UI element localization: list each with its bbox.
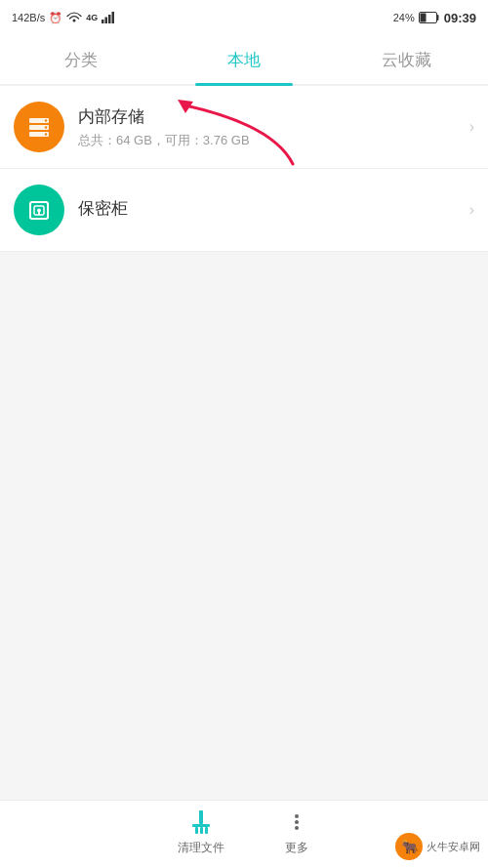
svg-point-15 [37,209,41,213]
tab-classify[interactable]: 分类 [0,35,163,84]
svg-point-22 [295,814,299,818]
clean-files-button[interactable]: 清理文件 [178,808,224,856]
svg-rect-5 [420,14,426,22]
content-area: 内部存储 总共：64 GB，可用：3.76 GB › 保密柜 › [0,86,488,800]
more-icon [283,808,310,836]
svg-point-11 [45,133,47,135]
safe-box-chevron: › [469,201,474,219]
svg-point-9 [45,119,47,121]
internal-storage-text: 内部存储 总共：64 GB，可用：3.76 GB [78,105,469,149]
svg-point-10 [45,126,47,128]
svg-rect-17 [199,810,203,824]
clean-files-label: 清理文件 [178,840,224,856]
status-bar-right: 24% 09:39 [393,11,476,25]
safe-box-text: 保密柜 [78,197,469,224]
svg-rect-18 [192,824,210,827]
internal-storage-icon [14,102,64,152]
svg-rect-3 [112,12,115,23]
watermark: 🐂 火牛安卓网 [395,833,480,860]
time-display: 09:39 [444,11,476,25]
svg-rect-20 [200,827,203,834]
safe-box-icon [14,185,64,235]
signal-4g-icon: 4G [86,13,98,22]
internal-storage-title: 内部存储 [78,105,469,128]
tab-local[interactable]: 本地 [163,35,326,84]
safe-box-title: 保密柜 [78,197,469,220]
safe-box-item[interactable]: 保密柜 › [0,169,488,252]
signal-bars-icon [102,12,115,23]
clean-files-icon [187,808,215,836]
status-bar-left: 142B/s ⏰ 4G [12,12,115,24]
internal-storage-subtitle: 总共：64 GB，可用：3.76 GB [78,132,469,149]
internal-storage-chevron: › [469,118,474,136]
watermark-text: 火牛安卓网 [427,840,480,854]
battery-icon [419,12,440,23]
svg-rect-1 [105,18,108,24]
svg-point-24 [295,826,299,830]
more-button[interactable]: 更多 [283,808,310,856]
svg-rect-2 [108,15,111,23]
tab-cloud[interactable]: 云收藏 [325,35,488,84]
network-speed: 142B/s [12,12,45,23]
svg-rect-19 [195,827,198,834]
svg-rect-0 [102,20,104,23]
alarm-icon: ⏰ [49,12,62,24]
more-label: 更多 [285,840,308,856]
svg-point-23 [295,820,299,824]
battery-percent: 24% [393,12,415,23]
svg-rect-16 [38,212,40,215]
status-bar: 142B/s ⏰ 4G 24% [0,0,488,35]
tab-bar: 分类 本地 云收藏 [0,35,488,86]
internal-storage-item[interactable]: 内部存储 总共：64 GB，可用：3.76 GB › [0,86,488,169]
wifi-icon [66,12,82,23]
watermark-logo: 🐂 [395,833,423,860]
svg-rect-21 [205,827,208,834]
